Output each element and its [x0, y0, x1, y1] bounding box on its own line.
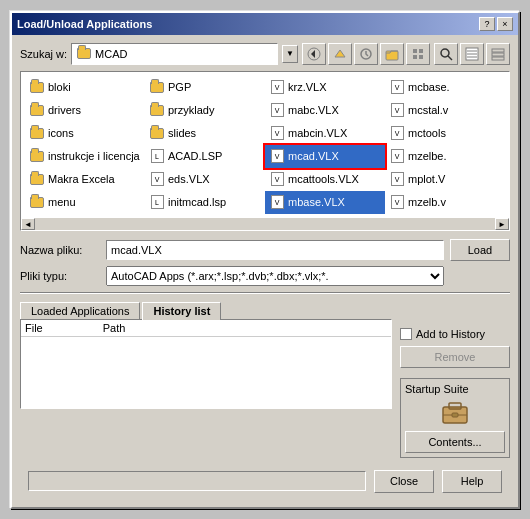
nav-history-btn[interactable] [354, 43, 378, 65]
lookin-dropdown-btn[interactable]: ▼ [282, 45, 298, 63]
list-item[interactable]: menu [25, 191, 145, 214]
vlx-icon: V [269, 172, 285, 186]
load-unload-dialog: Load/Unload Applications ? × Szukaj w: M… [10, 11, 520, 509]
add-to-history-checkbox[interactable] [400, 328, 412, 340]
list-item[interactable]: Makra Excela [25, 168, 145, 191]
search-buttons [434, 43, 510, 65]
list-item[interactable]: bloki [25, 76, 145, 99]
nav-back-btn[interactable] [302, 43, 326, 65]
lsp-icon: L [149, 195, 165, 209]
search-btn[interactable] [434, 43, 458, 65]
help-button[interactable]: Help [442, 470, 502, 493]
status-bar [28, 471, 366, 491]
nav-up-btn[interactable] [328, 43, 352, 65]
folder-icon [29, 126, 45, 140]
svg-line-10 [448, 56, 452, 60]
horizontal-scrollbar[interactable]: ◄ ► [21, 218, 509, 230]
toolbar-buttons [302, 43, 430, 65]
close-title-btn[interactable]: × [497, 17, 513, 31]
close-button[interactable]: Close [374, 470, 434, 493]
scroll-left-btn[interactable]: ◄ [21, 218, 35, 230]
tab-columns: File Path [21, 320, 391, 337]
startup-suite-group: Startup Suite Contents... [400, 378, 510, 458]
bottom-bar: Close Help [20, 464, 510, 499]
list-item[interactable]: icons [25, 122, 145, 145]
dialog-title: Load/Unload Applications [17, 18, 152, 30]
filetype-row: Pliki typu: AutoCAD Apps (*.arx;*.lsp;*.… [20, 266, 510, 286]
vlx-icon: V [269, 126, 285, 140]
filetype-select[interactable]: AutoCAD Apps (*.arx;*.lsp;*.dvb;*.dbx;*.… [106, 266, 444, 286]
lookin-row: Szukaj w: MCAD ▼ [20, 43, 510, 65]
vlx-icon: V [269, 149, 285, 163]
details-btn[interactable] [486, 43, 510, 65]
list-item[interactable]: instrukcje i licencja [25, 145, 145, 168]
lsp-icon: L [149, 149, 165, 163]
scroll-right-btn[interactable]: ► [495, 218, 509, 230]
filename-input[interactable] [106, 240, 444, 260]
path-column-header: Path [103, 322, 126, 334]
svg-rect-6 [419, 49, 423, 53]
list-item[interactable]: V mabc.VLX [265, 99, 385, 122]
list-item[interactable]: V mzelb.v [385, 191, 505, 214]
briefcase-icon [405, 399, 505, 427]
remove-button[interactable]: Remove [400, 346, 510, 368]
info-btn[interactable] [460, 43, 484, 65]
tab-loaded-applications[interactable]: Loaded Applications [20, 302, 140, 319]
load-button[interactable]: Load [450, 239, 510, 261]
file-column-header: File [25, 322, 43, 334]
list-item[interactable]: V eds.VLX [145, 168, 265, 191]
tab-history-list[interactable]: History list [142, 302, 221, 320]
svg-rect-15 [492, 49, 504, 52]
list-item[interactable]: V mplot.V [385, 168, 505, 191]
new-folder-btn[interactable] [380, 43, 404, 65]
svg-rect-16 [492, 53, 504, 56]
list-item[interactable]: V mabcin.VLX [265, 122, 385, 145]
list-item[interactable]: V mctools [385, 122, 505, 145]
list-item[interactable]: slides [145, 122, 265, 145]
list-item[interactable]: V mcattools.VLX [265, 168, 385, 191]
list-item[interactable]: V mbase.VLX [265, 191, 385, 214]
vlx-icon: V [389, 172, 405, 186]
folder-icon [29, 80, 45, 94]
list-item[interactable]: V mcbase. [385, 76, 505, 99]
scrollbar-track[interactable] [35, 218, 495, 230]
list-item[interactable]: L ACAD.LSP [145, 145, 265, 168]
tab-content: File Path [20, 319, 392, 409]
list-item[interactable]: PGP [145, 76, 265, 99]
folder-icon [76, 47, 92, 61]
tab-bar: Loaded Applications History list [20, 302, 392, 319]
lookin-label: Szukaj w: [20, 48, 67, 60]
folder-icon [29, 172, 45, 186]
lookin-combo[interactable]: MCAD [71, 43, 278, 65]
list-item[interactable]: V mcad.VLX [265, 145, 385, 168]
list-item[interactable]: V krz.VLX [265, 76, 385, 99]
list-item[interactable]: V mcstal.v [385, 99, 505, 122]
help-title-btn[interactable]: ? [479, 17, 495, 31]
title-bar-buttons: ? × [479, 17, 513, 31]
dialog-body: Szukaj w: MCAD ▼ [12, 35, 518, 507]
bottom-buttons: Close Help [374, 470, 502, 493]
filetype-label: Pliki typu: [20, 270, 100, 282]
tabs-section: Loaded Applications History list File Pa… [20, 302, 510, 458]
list-item[interactable]: V mzelbe. [385, 145, 505, 168]
svg-marker-2 [335, 50, 345, 57]
title-bar: Load/Unload Applications ? × [12, 13, 518, 35]
contents-button[interactable]: Contents... [405, 431, 505, 453]
vlx-icon: V [389, 103, 405, 117]
svg-rect-8 [419, 55, 423, 59]
folder-icon [29, 149, 45, 163]
view-btn[interactable] [406, 43, 430, 65]
divider [20, 292, 510, 294]
svg-rect-21 [452, 413, 458, 417]
vlx-icon: V [269, 103, 285, 117]
svg-point-9 [441, 49, 449, 57]
vlx-icon: V [269, 80, 285, 94]
list-item[interactable]: przyklady [145, 99, 265, 122]
vlx-icon: V [389, 195, 405, 209]
folder-icon [29, 195, 45, 209]
svg-rect-5 [413, 49, 417, 53]
folder-icon [149, 126, 165, 140]
list-item[interactable]: drivers [25, 99, 145, 122]
list-item[interactable]: L initmcad.lsp [145, 191, 265, 214]
svg-rect-7 [413, 55, 417, 59]
